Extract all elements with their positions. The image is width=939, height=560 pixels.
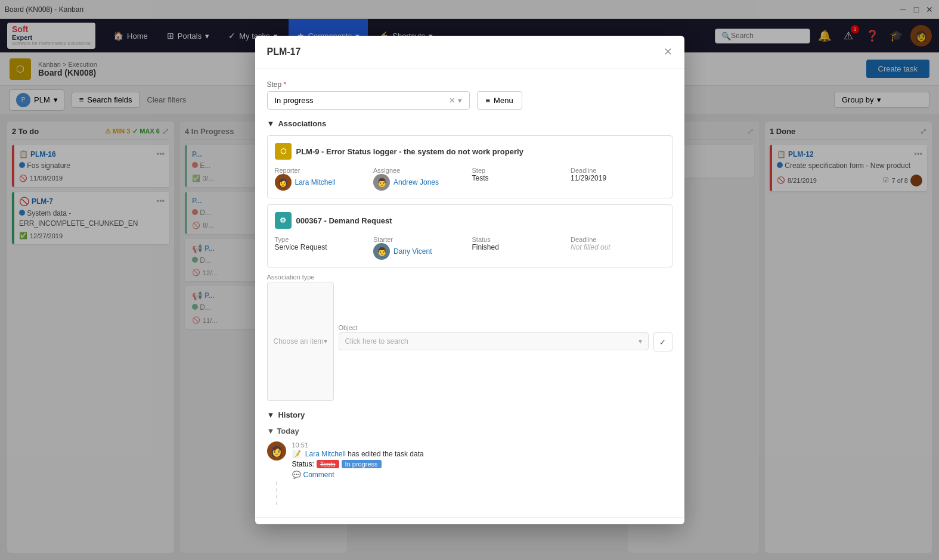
menu-lines-icon: ≡ xyxy=(486,96,491,105)
reporter-info: 👩 Lara Mitchell xyxy=(275,174,369,191)
modal-plm17: PLM-17 ✕ Step * In progress ✕ ▾ xyxy=(255,36,684,524)
reporter-field: Reporter 👩 Lara Mitchell xyxy=(275,167,369,191)
associations-section: ▼ Associations ⬡ PLM-9 - Error Status lo… xyxy=(267,119,673,401)
confirm-button[interactable]: ✓ xyxy=(653,332,673,351)
status-value: Finished xyxy=(472,243,566,251)
reporter-label: Reporter xyxy=(275,167,369,174)
reporter-avatar: 👩 xyxy=(275,174,292,191)
modal-body: Step * In progress ✕ ▾ ≡ Menu xyxy=(255,69,684,517)
step-value: In progress xyxy=(275,96,314,105)
object-group: Object Click here to search ▾ xyxy=(339,324,649,350)
assoc-000367-fields: Type Service Request Starter 👨 Dany Vice… xyxy=(275,236,665,260)
today-label[interactable]: ▼ Today xyxy=(267,427,673,435)
history-section: ▼ History ▼ Today 👩 10:51 xyxy=(267,410,673,505)
assoc-step-value: Tests xyxy=(472,174,566,182)
assignee-avatar: 👨 xyxy=(373,174,390,191)
status-label: Status xyxy=(472,236,566,243)
assignee-value[interactable]: Andrew Jones xyxy=(393,178,439,186)
status-new: In progress xyxy=(342,460,382,468)
assoc-deadline-field: Deadline 11/29/2019 xyxy=(571,167,665,191)
history-status-change: Status: Tests In progress xyxy=(292,460,673,468)
comment-button[interactable]: 💬 Comment xyxy=(292,471,673,479)
association-type-group: Association type Choose an item ▾ xyxy=(267,273,334,401)
assoc-plm9-icon: ⬡ xyxy=(275,143,292,160)
assoc2-deadline-value: Not filled out xyxy=(571,243,665,251)
assoc-deadline-value: 11/29/2019 xyxy=(571,174,665,182)
history-time: 10:51 xyxy=(292,441,673,449)
associations-label: Associations xyxy=(278,119,326,128)
edit-icon: 📝 xyxy=(292,450,301,458)
checkmark-icon: ✓ xyxy=(659,338,666,347)
assoc-000367-icon: ⚙ xyxy=(275,212,292,229)
starter-avatar-img: 👨 xyxy=(377,247,387,256)
modal-close-button[interactable]: ✕ xyxy=(664,45,673,58)
assoc-type-chevron-icon: ▾ xyxy=(324,337,327,346)
association-type-row: Association type Choose an item ▾ Object… xyxy=(267,273,673,401)
starter-value[interactable]: Dany Vicent xyxy=(393,247,432,256)
today-group: ▼ Today 👩 10:51 📝 Lara Mitchell h xyxy=(267,427,673,505)
clear-icon: ✕ xyxy=(449,96,455,105)
object-label: Object xyxy=(339,324,649,331)
assoc-type-placeholder: Choose an item xyxy=(274,337,324,346)
association-type-label: Association type xyxy=(267,273,334,281)
assoc-card-000367: ⚙ 000367 - Demand Request Type Service R… xyxy=(267,204,673,267)
status-field: Status Finished xyxy=(472,236,566,260)
associations-header[interactable]: ▼ Associations xyxy=(267,119,673,128)
history-text: 📝 Lara Mitchell has edited the task data xyxy=(292,450,673,458)
assoc-step-field: Step Tests xyxy=(472,167,566,191)
history-user-link[interactable]: Lara Mitchell xyxy=(305,450,346,458)
assoc-plm9-fields: Reporter 👩 Lara Mitchell Assignee xyxy=(275,167,665,191)
type-label: Type xyxy=(275,236,369,243)
assoc-000367-title: ⚙ 000367 - Demand Request xyxy=(275,212,665,229)
history-label: History xyxy=(278,410,305,419)
assoc2-deadline-field: Deadline Not filled out xyxy=(571,236,665,260)
assoc2-deadline-label: Deadline xyxy=(571,236,665,243)
assoc-plm9-title: ⬡ PLM-9 - Error Status logger - the syst… xyxy=(275,143,665,160)
associations-chevron-icon: ▼ xyxy=(267,119,275,128)
chevron-down-icon: ▾ xyxy=(458,96,462,105)
reporter-value[interactable]: Lara Mitchell xyxy=(295,178,336,186)
assignee-label: Assignee xyxy=(373,167,467,174)
assignee-avatar-img: 👨 xyxy=(377,178,387,187)
required-marker: * xyxy=(284,80,287,89)
history-chevron-icon: ▼ xyxy=(267,410,275,419)
step-select-icons: ✕ ▾ xyxy=(449,96,462,105)
today-chevron-icon: ▼ xyxy=(267,427,275,435)
object-placeholder: Click here to search xyxy=(345,337,408,346)
history-header[interactable]: ▼ History xyxy=(267,410,673,419)
assignee-info: 👨 Andrew Jones xyxy=(373,174,467,191)
association-type-select[interactable]: Choose an item ▾ xyxy=(267,282,334,401)
modal-footer: Cancel Save xyxy=(255,517,684,524)
type-field: Type Service Request xyxy=(275,236,369,260)
step-select[interactable]: In progress ✕ ▾ xyxy=(267,91,470,110)
history-action: has edited the task data xyxy=(348,450,423,458)
comment-icon: 💬 xyxy=(292,471,301,479)
starter-label: Starter xyxy=(373,236,467,243)
menu-button[interactable]: ≡ Menu xyxy=(477,91,522,110)
object-search[interactable]: Click here to search ▾ xyxy=(339,332,649,350)
step-form-group: Step * In progress ✕ ▾ ≡ Menu xyxy=(267,80,673,110)
timeline-line xyxy=(276,481,673,505)
starter-info: 👨 Dany Vicent xyxy=(373,243,467,260)
assoc-card-plm9: ⬡ PLM-9 - Error Status logger - the syst… xyxy=(267,135,673,198)
starter-field: Starter 👨 Dany Vicent xyxy=(373,236,467,260)
history-user-avatar: 👩 xyxy=(267,441,286,461)
modal-overlay: PLM-17 ✕ Step * In progress ✕ ▾ xyxy=(0,0,939,560)
assignee-field: Assignee 👨 Andrew Jones xyxy=(373,167,467,191)
confirm-group: ✓ xyxy=(653,323,673,351)
object-chevron-icon: ▾ xyxy=(639,337,642,346)
starter-avatar: 👨 xyxy=(373,243,390,260)
history-entry-0: 👩 10:51 📝 Lara Mitchell has edited the t… xyxy=(267,441,673,479)
assoc-deadline-label: Deadline xyxy=(571,167,665,174)
type-value: Service Request xyxy=(275,243,369,251)
history-content: 10:51 📝 Lara Mitchell has edited the tas… xyxy=(292,441,673,479)
step-label: Step * xyxy=(267,80,673,89)
status-old: Tests xyxy=(317,460,339,468)
assoc-step-label: Step xyxy=(472,167,566,174)
modal-title: PLM-17 xyxy=(267,46,301,57)
reporter-avatar-img: 👩 xyxy=(278,178,288,187)
modal-header: PLM-17 ✕ xyxy=(255,36,684,69)
step-row: In progress ✕ ▾ ≡ Menu xyxy=(267,91,673,110)
